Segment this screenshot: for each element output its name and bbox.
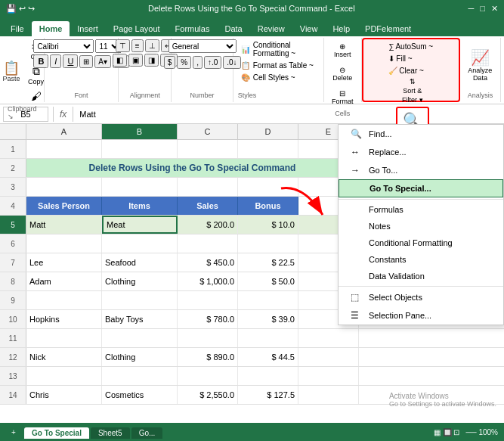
- tab-insert[interactable]: Insert: [70, 21, 106, 36]
- delete-cells-btn[interactable]: ⊖ Delete: [328, 63, 357, 85]
- cell-c8[interactable]: $ 1,000.0: [178, 272, 238, 290]
- dropdown-replace[interactable]: ↔ Replace...: [339, 143, 503, 161]
- cell-d10[interactable]: $ 39.0: [238, 310, 298, 328]
- cell-a10[interactable]: Hopkins: [26, 310, 102, 328]
- align-right-btn[interactable]: ◨: [144, 54, 159, 67]
- dropdown-formulas[interactable]: Formulas: [339, 201, 503, 218]
- cell-d4[interactable]: Bonus: [238, 197, 298, 215]
- tab-formulas[interactable]: Formulas: [168, 21, 218, 36]
- cell-b3[interactable]: [102, 178, 178, 196]
- sheet-tab-sheet5[interactable]: Sheet5: [91, 427, 130, 439]
- cell-d7[interactable]: $ 22.5: [238, 253, 298, 272]
- tab-view[interactable]: View: [292, 21, 326, 36]
- cell-a3[interactable]: [26, 178, 102, 196]
- add-sheet-btn[interactable]: +: [6, 425, 21, 439]
- col-header-a[interactable]: A: [26, 124, 102, 139]
- dropdown-goto-special[interactable]: Go To Special...: [339, 179, 503, 197]
- col-header-b[interactable]: B: [102, 124, 178, 139]
- analyze-data-btn[interactable]: 📈 Analyze Data: [465, 45, 496, 85]
- cell-styles-btn[interactable]: 🎨 Cell Styles ~: [238, 72, 319, 83]
- cell-d1[interactable]: [238, 140, 298, 158]
- cell-c7[interactable]: $ 450.0: [178, 253, 238, 272]
- cell-d6[interactable]: [238, 234, 298, 253]
- cell-d11[interactable]: [238, 329, 298, 347]
- cell-d14[interactable]: $ 127.5: [238, 386, 298, 404]
- maximize-btn[interactable]: □: [480, 4, 485, 14]
- tab-data[interactable]: Data: [217, 21, 249, 36]
- cell-a14[interactable]: Chris: [26, 386, 102, 404]
- underline-btn[interactable]: U: [63, 54, 78, 68]
- dropdown-goto[interactable]: → Go To...: [339, 161, 503, 179]
- sheet-tab-goto[interactable]: Go To Special: [24, 427, 89, 439]
- align-center-btn[interactable]: ▣: [128, 54, 143, 67]
- cell-a13[interactable]: [26, 367, 102, 385]
- autosum-btn[interactable]: ∑ AutoSum ~: [384, 41, 438, 52]
- cell-a12[interactable]: Nick: [26, 348, 102, 366]
- dropdown-constants[interactable]: Constants: [339, 251, 503, 268]
- cell-a1[interactable]: [26, 140, 102, 158]
- insert-cells-btn[interactable]: ⊕ Insert: [329, 39, 356, 61]
- cell-a11[interactable]: [26, 329, 102, 347]
- cell-b13[interactable]: [102, 367, 178, 385]
- cell-b9[interactable]: [102, 291, 178, 309]
- cell-d9[interactable]: [238, 291, 298, 309]
- cell-c11[interactable]: [178, 329, 238, 347]
- cell-b6[interactable]: [102, 234, 178, 253]
- cell-c14[interactable]: $ 2,550.0: [178, 386, 238, 404]
- cell-e12[interactable]: [298, 348, 359, 366]
- dropdown-data-validation[interactable]: Data Validation: [339, 268, 503, 284]
- conditional-formatting-btn[interactable]: 📊 Conditional Formatting ~: [238, 39, 319, 59]
- cell-b10[interactable]: Baby Toys: [102, 310, 178, 328]
- cell-d13[interactable]: [238, 367, 298, 385]
- italic-btn[interactable]: I: [50, 54, 61, 68]
- tab-page-layout[interactable]: Page Layout: [106, 21, 168, 36]
- close-btn[interactable]: ✕: [491, 4, 498, 14]
- cell-a7[interactable]: Lee: [26, 253, 102, 272]
- cell-b11[interactable]: [102, 329, 178, 347]
- currency-btn[interactable]: $: [164, 56, 176, 69]
- dropdown-notes[interactable]: Notes: [339, 218, 503, 234]
- cell-b8[interactable]: Clothing: [102, 272, 178, 290]
- formula-input[interactable]: [76, 110, 501, 119]
- cell-b5[interactable]: Meat: [102, 216, 178, 234]
- tab-file[interactable]: File: [3, 21, 32, 36]
- cell-title[interactable]: Delete Rows Using the Go To Special Comm…: [26, 159, 359, 177]
- cell-a4[interactable]: Sales Person: [26, 197, 102, 215]
- minimize-btn[interactable]: ─: [468, 4, 475, 14]
- border-btn[interactable]: ⊞: [79, 55, 93, 68]
- comma-btn[interactable]: ,: [193, 56, 203, 69]
- format-as-table-btn[interactable]: 📋 Format as Table ~: [238, 60, 319, 71]
- increase-decimal-btn[interactable]: ↑.0: [204, 56, 221, 69]
- cell-c3[interactable]: [178, 178, 238, 196]
- percent-btn[interactable]: %: [177, 56, 191, 69]
- fill-color-btn[interactable]: A▾: [94, 55, 111, 68]
- format-painter-btn[interactable]: 🖌: [25, 89, 48, 104]
- sort-filter-btn[interactable]: ⇅ Sort & Filter ▾: [396, 76, 430, 105]
- col-header-d[interactable]: D: [238, 124, 298, 139]
- cell-a6[interactable]: [26, 234, 102, 253]
- align-bottom-btn[interactable]: ⊥: [145, 39, 159, 52]
- cell-a5[interactable]: Matt: [26, 216, 102, 234]
- cell-c5[interactable]: $ 200.0: [178, 216, 238, 234]
- dropdown-select-objects[interactable]: ⬚ Select Objects: [339, 288, 503, 306]
- cell-b14[interactable]: Cosmetics: [102, 386, 178, 404]
- fill-btn[interactable]: ⬇ Fill ~: [384, 53, 416, 64]
- cell-e11[interactable]: [298, 329, 359, 347]
- tab-review[interactable]: Review: [250, 21, 292, 36]
- tab-home[interactable]: Home: [32, 21, 70, 36]
- cell-b12[interactable]: Clothing: [102, 348, 178, 366]
- cell-d3[interactable]: [238, 178, 298, 196]
- cell-a8[interactable]: Adam: [26, 272, 102, 290]
- cell-c1[interactable]: [178, 140, 238, 158]
- number-format-select[interactable]: General: [169, 39, 237, 53]
- cell-d12[interactable]: $ 44.5: [238, 348, 298, 366]
- sheet-tab-go[interactable]: Go...: [131, 427, 163, 439]
- font-family-select[interactable]: Calibri: [33, 39, 94, 53]
- align-middle-btn[interactable]: ≡: [131, 39, 144, 52]
- cell-c6[interactable]: [178, 234, 238, 253]
- align-left-btn[interactable]: ◧: [113, 54, 127, 67]
- cell-c9[interactable]: [178, 291, 238, 309]
- cell-c12[interactable]: $ 890.0: [178, 348, 238, 366]
- align-top-btn[interactable]: ⊤: [116, 39, 130, 52]
- bold-btn[interactable]: B: [33, 54, 48, 68]
